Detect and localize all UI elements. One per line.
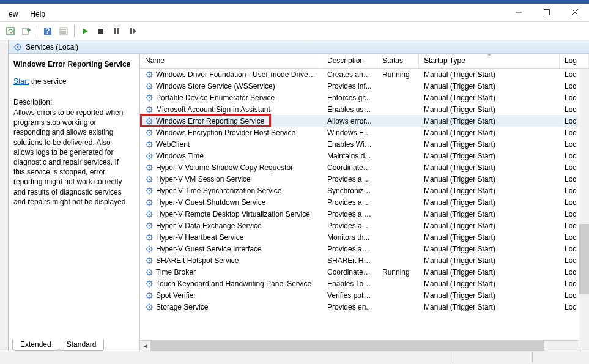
svg-line-112: [151, 165, 152, 165]
services-tree-label: Services (Local): [26, 43, 78, 51]
cell-name: Windows Driver Foundation - User-mode Dr…: [140, 70, 322, 80]
cell-description: SHAREit Ho...: [322, 256, 377, 266]
scroll-track[interactable]: [150, 341, 579, 351]
service-row[interactable]: Microsoft Account Sign-in AssistantEnabl…: [140, 103, 589, 115]
svg-line-41: [151, 87, 152, 88]
svg-line-72: [151, 118, 152, 119]
service-gear-icon: [145, 233, 154, 242]
cell-startup: Manual (Trigger Start): [419, 116, 560, 126]
description-label: Description:: [13, 98, 132, 106]
cell-startup: Manual (Trigger Start): [419, 209, 560, 219]
svg-point-175: [149, 248, 150, 249]
cell-description: Provides a ...: [322, 198, 377, 207]
vscroll-thumb[interactable]: [579, 224, 589, 294]
menu-view[interactable]: ew: [2, 8, 24, 20]
left-tree-strip: [0, 40, 9, 351]
stop-service-button[interactable]: [94, 24, 108, 39]
service-row[interactable]: Windows TimeMaintains d...Manual (Trigge…: [140, 150, 589, 162]
scroll-left-button[interactable]: ◄: [140, 341, 150, 351]
cell-status: [377, 86, 419, 87]
svg-line-61: [151, 111, 152, 111]
minimize-button[interactable]: [505, 4, 533, 21]
service-row[interactable]: Windows Encryption Provider Host Service…: [140, 127, 589, 138]
svg-line-150: [147, 211, 147, 212]
close-button[interactable]: [561, 4, 589, 21]
service-row[interactable]: Windows Store Service (WSService)Provide…: [140, 80, 589, 92]
help-button[interactable]: ?: [40, 24, 55, 39]
service-row[interactable]: Portable Device Enumerator ServiceEnforc…: [140, 92, 589, 103]
cell-description: Enables use...: [322, 105, 377, 114]
detail-panel: Windows Error Reporting Service Start th…: [9, 54, 139, 351]
service-row[interactable]: Hyper-V Volume Shadow Copy RequestorCoor…: [140, 162, 589, 173]
column-header-logon[interactable]: Log: [560, 54, 589, 68]
svg-line-183: [147, 250, 147, 251]
start-service-button[interactable]: [78, 24, 92, 39]
svg-line-163: [147, 227, 147, 228]
column-header-status[interactable]: Status: [377, 54, 419, 68]
service-row[interactable]: Hyper-V Remote Desktop Virtualization Se…: [140, 208, 589, 220]
svg-line-160: [147, 223, 147, 223]
svg-line-103: [147, 157, 147, 158]
refresh-button[interactable]: [3, 24, 18, 39]
svg-point-195: [149, 271, 150, 272]
column-header-name[interactable]: Name: [140, 54, 322, 68]
svg-line-52: [151, 95, 152, 95]
svg-line-91: [151, 146, 152, 146]
service-row[interactable]: Hyper-V Guest Shutdown ServiceProvides a…: [140, 196, 589, 208]
svg-line-110: [147, 165, 147, 165]
service-row[interactable]: Hyper-V VM Session ServiceProvides a ...…: [140, 173, 589, 185]
cell-description: Coordinates...: [322, 267, 377, 277]
cell-status: [377, 167, 419, 168]
cell-status: [377, 109, 419, 110]
menu-help[interactable]: Help: [24, 8, 51, 20]
svg-line-200: [147, 269, 147, 270]
svg-line-50: [147, 95, 147, 95]
service-row[interactable]: Hyper-V Guest Service InterfaceProvides …: [140, 243, 589, 254]
cell-name: Windows Store Service (WSService): [140, 81, 322, 91]
svg-line-133: [147, 192, 147, 193]
cell-status: [377, 306, 419, 308]
column-header-description[interactable]: Description: [322, 54, 377, 68]
service-gear-icon: [145, 105, 154, 114]
scroll-thumb[interactable]: [150, 341, 544, 351]
svg-line-123: [147, 180, 147, 181]
horizontal-scrollbar[interactable]: ◄ ►: [140, 340, 589, 351]
maximize-button[interactable]: [533, 4, 561, 21]
service-gear-icon: [145, 175, 154, 184]
services-tree-header[interactable]: Services (Local): [9, 40, 589, 54]
service-row[interactable]: Hyper-V Heartbeat ServiceMonitors th...M…: [140, 231, 589, 243]
tab-standard[interactable]: Standard: [59, 339, 105, 351]
column-header-startup[interactable]: Startup Type⌃: [419, 54, 560, 68]
svg-point-55: [149, 108, 150, 110]
service-row[interactable]: Hyper-V Time Synchronization ServiceSync…: [140, 185, 589, 196]
svg-rect-15: [117, 28, 119, 34]
restart-service-button[interactable]: [125, 24, 140, 39]
cell-startup: Manual (Trigger Start): [419, 163, 560, 173]
service-row[interactable]: Windows Driver Foundation - User-mode Dr…: [140, 69, 589, 80]
tab-extended[interactable]: Extended: [12, 339, 59, 351]
service-gear-icon: [145, 221, 154, 230]
properties-button[interactable]: [56, 24, 71, 39]
export-button[interactable]: [19, 24, 34, 39]
service-row[interactable]: Windows Error Reporting ServiceAllows er…: [140, 115, 589, 127]
service-row[interactable]: Touch Keyboard and Handwriting Panel Ser…: [140, 278, 589, 289]
start-service-link[interactable]: Start: [13, 77, 29, 86]
cell-startup: Manual (Trigger Start): [419, 221, 560, 231]
service-row[interactable]: Time BrokerCoordinates...RunningManual (…: [140, 266, 589, 278]
svg-line-130: [147, 188, 147, 188]
service-row[interactable]: Storage ServiceProvides en...Manual (Tri…: [140, 301, 589, 313]
service-row[interactable]: Hyper-V Data Exchange ServiceProvides a …: [140, 220, 589, 231]
vertical-scrollbar[interactable]: [579, 69, 589, 351]
cell-startup: Manual (Trigger Start): [419, 302, 560, 312]
list-body[interactable]: Windows Driver Foundation - User-mode Dr…: [140, 69, 589, 340]
service-row[interactable]: Spot VerifierVerifies pote...Manual (Tri…: [140, 289, 589, 301]
cell-name: Windows Error Reporting Service: [140, 116, 322, 126]
service-gear-icon: [145, 163, 154, 172]
svg-line-33: [147, 76, 147, 76]
menubar: ew Help: [0, 6, 589, 22]
service-row[interactable]: SHAREit Hotspot ServiceSHAREit Ho...Manu…: [140, 254, 589, 266]
service-row[interactable]: WebClientEnables Win...Manual (Trigger S…: [140, 138, 589, 150]
cell-name: Hyper-V Guest Service Interface: [140, 244, 322, 254]
pause-service-button[interactable]: [109, 24, 124, 39]
svg-line-83: [147, 134, 147, 135]
